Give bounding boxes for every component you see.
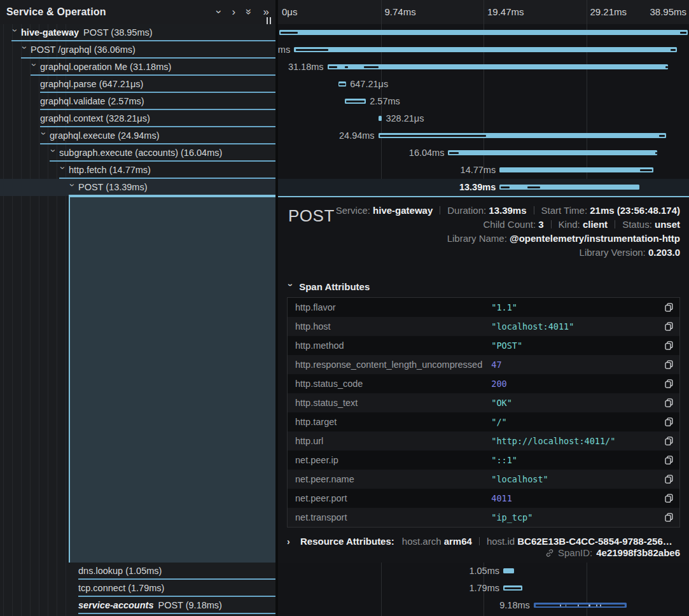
collapse-one-icon[interactable]: › [214, 10, 225, 14]
span-duration-bar[interactable] [499, 167, 653, 172]
expand-one-icon[interactable]: › [232, 6, 235, 17]
copy-icon[interactable] [665, 303, 673, 312]
link-icon[interactable] [545, 549, 554, 557]
attribute-value: 4011 [491, 493, 665, 503]
meta-value: client [583, 219, 608, 230]
copy-icon[interactable] [665, 398, 673, 407]
meta-label: Duration: [447, 205, 489, 216]
copy-icon[interactable] [665, 360, 673, 369]
attribute-value: "localhost" [491, 474, 665, 484]
span-duration-bar[interactable] [328, 64, 669, 69]
span-duration-bar[interactable] [534, 603, 627, 608]
span-tree-row[interactable]: ›hive-gatewayPOST (38.95ms) [0, 24, 275, 41]
resource-attributes-title: Resource Attributes: [300, 536, 394, 547]
span-bar-row[interactable]: 31.18ms [278, 59, 689, 76]
tree-collapse-controls: ››»» [207, 6, 269, 18]
attribute-key: http.method [288, 340, 491, 351]
chevron-down-icon[interactable]: › [36, 132, 52, 139]
span-tree-row[interactable]: ›service-accountsPOST (9.18ms) [0, 597, 275, 614]
span-duration-bar[interactable] [279, 30, 688, 35]
attribute-value: "POST" [491, 340, 665, 351]
span-operation-title: POST [288, 206, 335, 226]
copy-icon[interactable] [665, 494, 673, 503]
span-duration-bar[interactable] [503, 568, 514, 573]
attribute-value: "localhost:4011" [491, 321, 665, 332]
span-duration-bar[interactable] [499, 185, 639, 190]
span-tree-row[interactable]: ›subgraph.execute (accounts) (16.04ms) [0, 144, 275, 162]
span-bar-row[interactable]: 2.57ms [278, 93, 689, 110]
chevron-down-icon[interactable]: › [55, 167, 71, 174]
span-bar-row[interactable]: 24.94ms [278, 127, 689, 144]
child-span-mark [296, 49, 328, 51]
span-bar-row[interactable]: 9.18ms [278, 597, 689, 614]
resource-attributes-row[interactable]: › Resource Attributes: host.arch arm64ho… [287, 536, 680, 547]
copy-icon[interactable] [665, 513, 673, 522]
meta-value: 13.39ms [489, 205, 526, 216]
attribute-value: "1.1" [491, 302, 665, 312]
span-bar-row[interactable]: 647.21μs [278, 76, 689, 93]
copy-icon[interactable] [665, 417, 673, 426]
span-duration-bar[interactable] [379, 133, 666, 138]
child-span-mark [380, 135, 486, 137]
span-tree-row[interactable]: ›http.fetch (14.77ms) [0, 162, 275, 179]
copy-icon[interactable] [665, 475, 673, 484]
span-id-value: 4e21998f3b82abe6 [596, 547, 680, 558]
span-attributes-section-toggle[interactable]: › Span Attributes [287, 281, 680, 292]
span-duration-label: 14.77ms [461, 162, 500, 179]
span-tree-row[interactable]: ›graphql.operation Me (31.18ms) [0, 59, 275, 76]
span-tree-row[interactable]: graphql.parse (647.21μs) [0, 76, 275, 93]
span-duration-bar[interactable] [503, 585, 522, 591]
span-bar-row[interactable] [278, 24, 689, 41]
chevron-down-icon[interactable]: › [26, 64, 43, 71]
span-bar-row[interactable]: 14.77ms [278, 162, 689, 179]
attribute-key: http.flavor [288, 302, 491, 312]
splitter-grip-icon[interactable] [267, 17, 271, 24]
attribute-row: http.status_code200 [288, 374, 679, 393]
child-span-tick [588, 605, 590, 606]
span-duration-bar[interactable] [338, 81, 346, 87]
resource-key: host.arch [402, 536, 444, 547]
copy-icon[interactable] [665, 379, 673, 388]
operation-label: graphql.operation Me (31.18ms) [40, 62, 171, 72]
span-tree-row[interactable]: ›POST /graphql (36.06ms) [0, 41, 275, 59]
child-span-mark [659, 135, 665, 137]
expand-all-icon[interactable]: » [263, 6, 269, 17]
copy-icon[interactable] [665, 456, 673, 465]
copy-icon[interactable] [665, 341, 673, 350]
child-span-tick [600, 605, 601, 606]
copy-icon[interactable] [665, 437, 673, 445]
span-bar-row[interactable]: 328.21μs [278, 110, 689, 127]
meta-divider [534, 206, 534, 214]
chevron-down-icon[interactable]: › [45, 150, 62, 157]
span-tree-row[interactable]: tcp.connect (1.79ms) [0, 580, 275, 597]
span-tree-row[interactable]: ›POST (13.39ms) [0, 179, 275, 196]
span-tree-row[interactable]: graphql.context (328.21μs) [0, 110, 275, 127]
span-tree-row[interactable]: dns.lookup (1.05ms) [0, 563, 275, 580]
span-duration-label: 1.79ms [469, 580, 503, 597]
chevron-down-icon[interactable]: › [7, 29, 24, 36]
span-bar-row[interactable]: 1.79ms [278, 580, 689, 597]
span-duration-bar[interactable] [294, 47, 677, 52]
meta-divider [479, 537, 480, 545]
span-bar-row[interactable]: 16.04ms [278, 144, 689, 162]
span-bar-row[interactable]: 36.06ms [278, 41, 689, 59]
panel-splitter[interactable] [275, 0, 278, 616]
chevron-down-icon[interactable]: › [64, 184, 81, 191]
span-bar-row[interactable]: 1.05ms [278, 563, 689, 580]
span-duration-bar[interactable] [448, 150, 657, 155]
span-id-label: SpanID: [558, 547, 592, 558]
child-span-mark [346, 101, 365, 102]
meta-label: Service: [336, 205, 373, 216]
span-bar-row[interactable]: 13.39ms [278, 179, 689, 196]
attribute-key: net.peer.name [288, 474, 491, 484]
span-tree-row[interactable]: ›graphql.execute (24.94ms) [0, 127, 275, 144]
copy-icon[interactable] [665, 322, 673, 331]
meta-value: 21ms (23:56:48.174) [590, 205, 680, 216]
span-duration-label: 24.94ms [339, 127, 379, 144]
attribute-key: http.host [288, 321, 491, 332]
chevron-down-icon[interactable]: › [17, 46, 33, 53]
span-tree-row[interactable]: graphql.validate (2.57ms) [0, 93, 275, 110]
attribute-row: net.peer.name"localhost" [288, 470, 679, 489]
collapse-all-icon[interactable]: » [244, 9, 254, 15]
span-duration-bar[interactable] [345, 99, 366, 104]
